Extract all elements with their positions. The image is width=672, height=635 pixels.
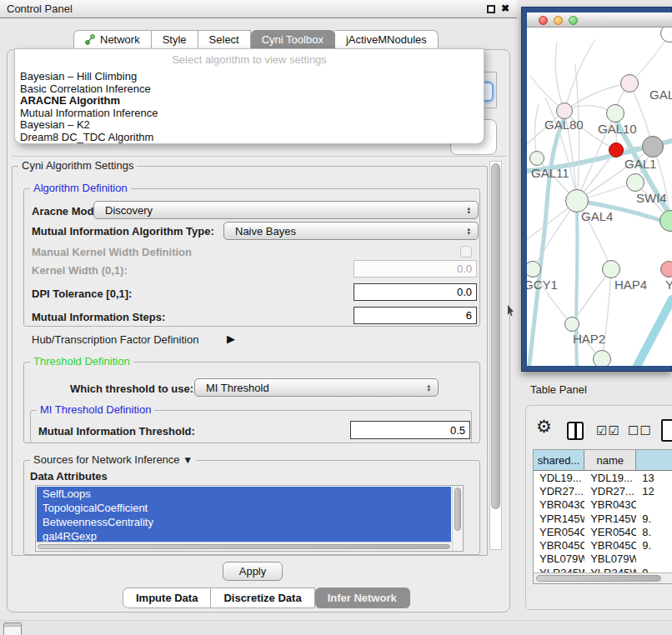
network-node-hap4[interactable] xyxy=(602,260,620,278)
close-traffic-light[interactable] xyxy=(539,16,548,25)
settings-vertical-scrollbar[interactable] xyxy=(489,161,502,550)
tab-label: Cyni Toolbox xyxy=(262,33,323,46)
column-header-extra[interactable] xyxy=(636,450,672,470)
control-panel-tabbar: Network Style Select Cyni Toolbox jActiv… xyxy=(73,30,439,49)
cyni-settings-title: Cyni Algorithm Settings xyxy=(18,159,137,172)
table-row[interactable]: YBR045CYBR045C9. xyxy=(534,538,672,552)
tab-select[interactable]: Select xyxy=(198,30,251,49)
mi-threshold-input[interactable] xyxy=(350,421,470,439)
mi-threshold-label: Mutual Information Threshold: xyxy=(38,425,195,438)
list-horizontal-scrollbar[interactable] xyxy=(36,542,452,551)
node-label: GCY1 xyxy=(527,278,558,292)
tab-discretize-data[interactable]: Discretize Data xyxy=(211,588,314,608)
separator-line xyxy=(12,156,507,157)
table-row[interactable]: YBR043CYBR043C xyxy=(534,498,672,512)
dpi-tolerance-input[interactable] xyxy=(354,283,477,301)
algorithm-dropdown-item[interactable]: Dream8 DC_TDC Algorithm xyxy=(15,132,484,144)
node-label: HAP4 xyxy=(614,278,647,292)
algorithm-dropdown-item[interactable]: Bayesian – K2 xyxy=(15,119,484,132)
table-row[interactable]: YDR27...YDR27...12 xyxy=(534,484,672,498)
node-label: GAL1 xyxy=(624,157,656,171)
network-node-swi4[interactable] xyxy=(626,173,644,192)
node-label: GAL xyxy=(649,88,672,102)
which-threshold-label: Which threshold to use: xyxy=(70,382,193,395)
data-attributes-list[interactable]: SelfLoops TopologicalCoefficient Between… xyxy=(35,485,464,552)
algorithm-dropdown-item[interactable]: Bayesian – Hill Climbing xyxy=(15,71,484,83)
network-node-gal10[interactable] xyxy=(606,104,624,122)
node-label: GAL80 xyxy=(544,118,584,132)
bottom-tabbar: Impute Data Discretize Data Infer Networ… xyxy=(123,588,410,608)
close-icon[interactable]: ✖ xyxy=(501,2,509,14)
node-label: SWI4 xyxy=(636,191,667,205)
tab-impute-data[interactable]: Impute Data xyxy=(123,588,211,608)
list-vertical-scrollbar[interactable] xyxy=(452,486,463,551)
network-node-gal80[interactable] xyxy=(556,102,573,119)
network-node[interactable] xyxy=(593,350,611,366)
node-label: Y xyxy=(665,278,672,292)
tab-label: Select xyxy=(209,33,239,46)
kernel-width-label: Kernel Width (0,1): xyxy=(32,264,128,277)
network-canvas[interactable]: GAL GAL80 GAL10 GAL1 GAL11 SWI4 GAL4 GCY… xyxy=(527,28,672,366)
tab-style[interactable]: Style xyxy=(152,30,198,49)
expand-arrow-icon[interactable]: ▶ xyxy=(227,332,235,345)
network-node-hap2[interactable] xyxy=(564,317,579,332)
column-header-name[interactable]: name xyxy=(584,450,636,470)
table-horizontal-scrollbar[interactable] xyxy=(534,572,672,583)
table-row[interactable]: YPR145WYPR145W9. xyxy=(534,512,672,525)
mi-type-label: Mutual Information Algorithm Type: xyxy=(32,225,214,238)
attribute-item[interactable]: TopologicalCoefficient xyxy=(37,501,451,515)
table-row[interactable]: YDL19...YDL19...13 xyxy=(534,471,672,484)
which-threshold-select[interactable]: MI Threshold ▴▾ xyxy=(194,378,439,397)
algorithm-dropdown-item[interactable]: Mutual Information Inference xyxy=(15,108,484,120)
network-window-titlebar[interactable] xyxy=(527,12,672,28)
network-node[interactable] xyxy=(642,136,664,158)
column-header-shared[interactable]: shared... xyxy=(534,450,584,470)
mi-type-select[interactable]: Naive Bayes ▴▾ xyxy=(223,222,479,240)
spinner-arrows-icon: ▴▾ xyxy=(427,383,430,392)
aracne-mode-select[interactable]: Discovery ▴▾ xyxy=(93,201,479,219)
split-columns-icon[interactable] xyxy=(567,422,584,440)
tab-label: Network xyxy=(100,33,140,46)
table-panel: ⚙ ☑☑ ☐☐ shared... name YDL19...YDL19...1… xyxy=(525,405,672,610)
collapse-arrow-icon[interactable]: ▼ xyxy=(183,454,193,466)
docked-panel-icon[interactable] xyxy=(3,622,22,635)
float-icon[interactable] xyxy=(487,5,495,13)
tab-label: jActiveMNodules xyxy=(346,33,427,46)
network-icon xyxy=(85,34,96,45)
gear-icon[interactable]: ⚙ xyxy=(536,418,552,435)
network-node-gal11[interactable] xyxy=(529,151,544,166)
network-node[interactable] xyxy=(620,74,639,92)
minimize-traffic-light[interactable] xyxy=(554,16,563,25)
node-label: GAL11 xyxy=(531,166,569,180)
select-all-checks-icon[interactable]: ☑☑ xyxy=(596,423,620,438)
tab-label: Style xyxy=(163,33,187,46)
apply-button[interactable]: Apply xyxy=(223,562,283,581)
node-label: GAL10 xyxy=(598,122,637,136)
tab-network[interactable]: Network xyxy=(73,30,152,49)
which-threshold-value: MI Threshold xyxy=(206,382,269,394)
mi-threshold-group-title: MI Threshold Definition xyxy=(37,403,154,416)
deselect-all-checks-icon[interactable]: ☐☐ xyxy=(628,423,652,438)
new-table-icon[interactable] xyxy=(661,419,672,442)
table-row[interactable]: YBL079WYBL079W xyxy=(534,552,672,566)
control-panel-titlebar: Control Panel ✖ xyxy=(0,0,517,18)
tab-infer-network[interactable]: Infer Network xyxy=(315,588,410,608)
algorithm-dropdown-item[interactable]: Basic Correlation Inference xyxy=(15,83,484,96)
mi-steps-input[interactable] xyxy=(354,307,477,324)
network-node-y[interactable] xyxy=(660,261,672,278)
network-node-gal1[interactable] xyxy=(609,142,624,158)
table-row[interactable]: YER054CYER054C8. xyxy=(534,525,672,538)
tab-label: Infer Network xyxy=(328,592,397,604)
zoom-traffic-light[interactable] xyxy=(569,16,578,25)
table-header-row: shared... name xyxy=(534,450,672,471)
algorithm-dropdown[interactable]: Select algorithm to view settings Bayesi… xyxy=(14,48,484,144)
spinner-arrows-icon: ▴▾ xyxy=(467,227,470,235)
tab-jactivemnodules[interactable]: jActiveMNodules xyxy=(335,30,439,49)
attribute-item[interactable]: SelfLoops xyxy=(37,487,451,501)
attribute-item[interactable]: BetweennessCentrality xyxy=(37,515,451,529)
node-label: HAP2 xyxy=(573,332,605,346)
manual-kernel-checkbox xyxy=(460,246,472,258)
tab-cyni-toolbox[interactable]: Cyni Toolbox xyxy=(251,30,335,49)
data-attributes-label: Data Attributes xyxy=(30,470,108,482)
algorithm-dropdown-item[interactable]: ARACNE Algorithm xyxy=(15,95,484,108)
